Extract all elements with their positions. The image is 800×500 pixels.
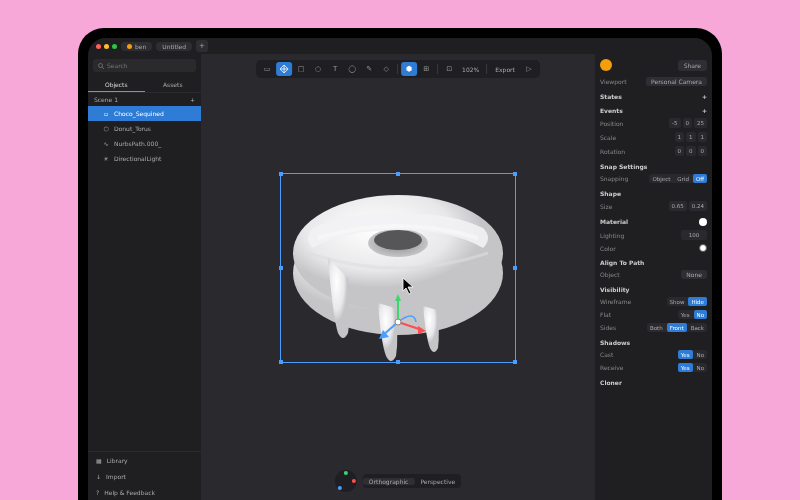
search-input[interactable]: Search: [93, 59, 196, 72]
color-label: Color: [600, 245, 616, 252]
lighting-value[interactable]: 100: [681, 230, 707, 240]
zoom-level[interactable]: 102%: [458, 66, 483, 73]
help-button[interactable]: ?Help & Feedback: [88, 484, 201, 500]
scale-y[interactable]: 1: [686, 132, 696, 142]
color-swatch[interactable]: [699, 244, 707, 252]
scene-header[interactable]: Scene 1 +: [88, 93, 201, 106]
size-2[interactable]: 0.24: [689, 201, 707, 211]
tab-objects[interactable]: Objects: [88, 77, 145, 92]
position-x[interactable]: -5: [669, 118, 680, 128]
events-section[interactable]: Events+: [600, 107, 707, 114]
maximize-icon[interactable]: [112, 44, 117, 49]
position-y[interactable]: 0: [683, 118, 693, 128]
scene-add-icon[interactable]: +: [190, 96, 195, 103]
sides-front[interactable]: Front: [667, 323, 687, 332]
bbox-handle[interactable]: [396, 360, 400, 364]
tree-label: DirectionalLight: [114, 155, 161, 162]
user-name: ben: [135, 43, 146, 50]
bbox-handle[interactable]: [396, 172, 400, 176]
tree-item-choco[interactable]: ▫ Choco_Sequined: [88, 106, 201, 121]
library-button[interactable]: ▦Library: [88, 452, 201, 468]
receive-no[interactable]: No: [694, 363, 707, 372]
align-object-select[interactable]: None: [681, 270, 707, 279]
tool-snap[interactable]: ⊞: [418, 62, 434, 76]
states-section[interactable]: States+: [600, 93, 707, 100]
snap-object[interactable]: Object: [649, 174, 673, 183]
size-1[interactable]: 0.65: [669, 201, 687, 211]
minimize-icon[interactable]: [104, 44, 109, 49]
wireframe-hide[interactable]: Hide: [688, 297, 707, 306]
tool-text[interactable]: T: [327, 62, 343, 76]
file-tab[interactable]: Untitled: [156, 42, 192, 51]
tab-assets[interactable]: Assets: [145, 77, 202, 92]
bbox-handle[interactable]: [279, 172, 283, 176]
footer-label: Library: [107, 457, 128, 464]
scale-z[interactable]: 1: [698, 132, 708, 142]
share-button[interactable]: Share: [678, 60, 707, 71]
add-icon[interactable]: +: [702, 93, 707, 100]
tool-circle[interactable]: ○: [310, 62, 326, 76]
cast-yes[interactable]: Yes: [678, 350, 693, 359]
wireframe-show[interactable]: Show: [667, 297, 688, 306]
flat-label: Flat: [600, 311, 611, 318]
material-swatch-icon[interactable]: [699, 218, 707, 226]
user-tab[interactable]: ben: [121, 42, 152, 51]
cloner-header[interactable]: Cloner: [600, 379, 707, 386]
snap-grid[interactable]: Grid: [674, 174, 692, 183]
tool-path[interactable]: ◇: [378, 62, 394, 76]
add-icon[interactable]: +: [702, 107, 707, 114]
lighting-label: Lighting: [600, 232, 624, 239]
transform-gizmo[interactable]: [368, 292, 428, 352]
size-label: Size: [600, 203, 612, 210]
visibility-header: Visibility: [600, 286, 707, 293]
flat-yes[interactable]: Yes: [678, 310, 693, 319]
tool-select[interactable]: ▭: [259, 62, 275, 76]
rotation-z[interactable]: 0: [698, 146, 708, 156]
nav-cube[interactable]: [335, 470, 357, 492]
tree-item-nurbs[interactable]: ∿ NurbsPath.000_: [88, 136, 201, 151]
file-name: Untitled: [162, 43, 186, 50]
tool-gizmo[interactable]: ⬢: [401, 62, 417, 76]
tool-box[interactable]: □: [293, 62, 309, 76]
toolbar-separator: [397, 64, 398, 74]
tree-item-donut[interactable]: ⬡ Donut_Torus: [88, 121, 201, 136]
tool-shape[interactable]: ◯: [344, 62, 360, 76]
import-button[interactable]: ↓Import: [88, 468, 201, 484]
section-label: States: [600, 93, 622, 100]
receive-yes[interactable]: Yes: [678, 363, 693, 372]
sides-both[interactable]: Both: [647, 323, 666, 332]
scale-x[interactable]: 1: [675, 132, 685, 142]
device-frame: ben Untitled + Search Objects Assets Sce…: [78, 28, 722, 500]
shadows-header: Shadows: [600, 339, 707, 346]
align-object-label: Object: [600, 271, 620, 278]
cast-no[interactable]: No: [694, 350, 707, 359]
tool-pen[interactable]: ✎: [361, 62, 377, 76]
bbox-handle[interactable]: [279, 360, 283, 364]
viewport[interactable]: ▭ □ ○ T ◯ ✎ ◇ ⬢ ⊞ ⊡ 102% Export ▷: [202, 54, 594, 500]
position-z[interactable]: 25: [694, 118, 707, 128]
bbox-handle[interactable]: [513, 360, 517, 364]
panel-header: Share: [600, 59, 707, 71]
bbox-handle[interactable]: [279, 266, 283, 270]
tree-item-light[interactable]: ☀ DirectionalLight: [88, 151, 201, 166]
export-button[interactable]: Export: [490, 66, 520, 73]
new-tab-button[interactable]: +: [196, 40, 208, 52]
path-icon: ∿: [102, 140, 110, 148]
avatar[interactable]: [600, 59, 612, 71]
bbox-handle[interactable]: [513, 266, 517, 270]
sides-back[interactable]: Back: [688, 323, 707, 332]
close-icon[interactable]: [96, 44, 101, 49]
flat-no[interactable]: No: [694, 310, 707, 319]
view-perspective[interactable]: Perspective: [414, 478, 461, 485]
snap-off[interactable]: Off: [693, 174, 707, 183]
rotation-x[interactable]: 0: [675, 146, 685, 156]
scale-label: Scale: [600, 134, 616, 141]
view-orthographic[interactable]: Orthographic: [363, 478, 415, 485]
play-button[interactable]: ▷: [521, 62, 537, 76]
camera-select[interactable]: Personal Camera: [646, 77, 707, 86]
svg-point-0: [99, 63, 103, 67]
bbox-handle[interactable]: [513, 172, 517, 176]
tool-move[interactable]: [276, 62, 292, 76]
tool-display[interactable]: ⊡: [441, 62, 457, 76]
rotation-y[interactable]: 0: [686, 146, 696, 156]
